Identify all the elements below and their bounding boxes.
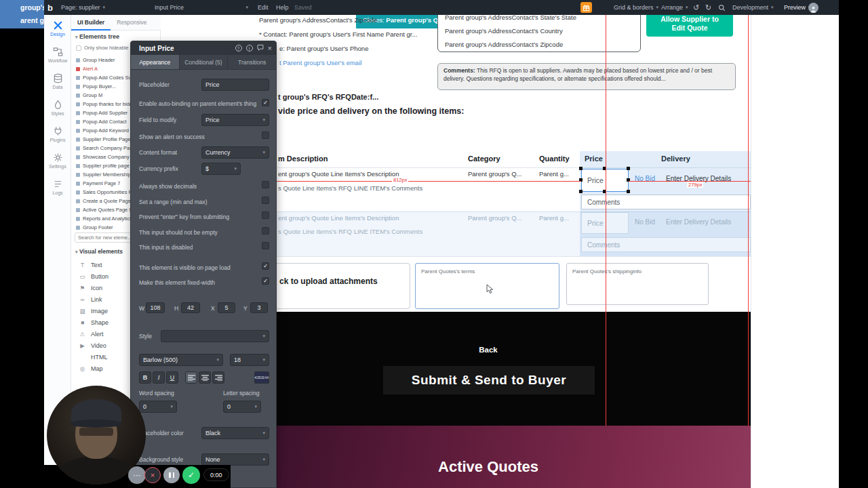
recorder-cancel-button[interactable]: × xyxy=(144,467,161,483)
close-icon[interactable]: × xyxy=(268,44,272,52)
email-link-text[interactable]: t Parent group's User's email xyxy=(279,59,361,66)
tab-appearance[interactable]: Appearance xyxy=(131,55,180,69)
rail-item-design[interactable]: Design xyxy=(44,15,71,41)
resize-handle[interactable] xyxy=(627,190,630,193)
alert-on-success-checkbox[interactable] xyxy=(262,131,269,139)
tab-ui-builder[interactable]: UI Builder xyxy=(71,15,111,30)
edit-menu[interactable]: Edit xyxy=(258,0,269,15)
align-center-icon[interactable] xyxy=(199,371,211,384)
disabled-label: This input is disabled xyxy=(139,244,193,251)
preview-button[interactable]: Preview xyxy=(784,0,806,15)
element-icon xyxy=(76,217,80,221)
autobind-label: Enable auto-binding on parent element's … xyxy=(139,100,256,107)
arrange-menu[interactable]: Arrange▾ xyxy=(661,0,688,15)
help-menu[interactable]: Help xyxy=(276,0,289,15)
chevron-down-icon: ▾ xyxy=(234,166,237,171)
disabled-checkbox[interactable] xyxy=(262,242,269,249)
italic-button[interactable]: I xyxy=(153,371,165,384)
placeholder-label: Placeholder xyxy=(139,81,170,88)
shipping-info-box[interactable]: Parent Quotes's shippinginfo xyxy=(566,263,709,305)
height-input[interactable]: 42 xyxy=(181,302,200,313)
undo-icon[interactable]: ↺ xyxy=(693,0,699,15)
row2-price-input[interactable]: Price xyxy=(581,212,629,234)
fixed-width-checkbox[interactable]: ✓ xyxy=(262,277,269,285)
width-input[interactable]: 108 xyxy=(146,302,165,313)
show-decimals-checkbox[interactable] xyxy=(262,181,269,188)
align-left-icon[interactable] xyxy=(185,371,197,384)
tab-transitions[interactable]: Transitions xyxy=(228,55,276,69)
image-element-icon: ▨ xyxy=(78,308,87,314)
tab-conditional[interactable]: Conditional (5) xyxy=(180,55,229,69)
align-right-icon[interactable] xyxy=(212,371,224,384)
visual-elements-header[interactable]: ▾ Visual elements xyxy=(75,248,123,255)
checkbox[interactable] xyxy=(76,45,81,51)
recorder-finish-button[interactable]: ✓ xyxy=(182,466,200,484)
recorder-more-button[interactable]: ⋯ xyxy=(128,466,146,484)
content-format-select[interactable]: Currency▾ xyxy=(201,146,269,159)
search-icon[interactable] xyxy=(718,0,726,15)
rail-item-data[interactable]: Data xyxy=(44,68,71,94)
visible-on-load-checkbox[interactable]: ✓ xyxy=(262,262,269,270)
font-size-select[interactable]: 18▾ xyxy=(230,354,269,366)
upload-attachments-box[interactable] xyxy=(270,263,410,309)
background-style-select[interactable]: None▾ xyxy=(201,453,269,466)
bubble-logo[interactable]: b xyxy=(47,3,53,13)
only-show-hideable[interactable]: Only show hideable xyxy=(76,45,128,51)
resize-handle[interactable] xyxy=(579,190,583,193)
environment-select[interactable]: Development▾ xyxy=(732,0,774,15)
tab-responsive[interactable]: Responsive xyxy=(111,15,153,30)
info-icon[interactable]: i xyxy=(246,45,253,52)
row1-comments-input[interactable]: Comments xyxy=(581,195,751,209)
row2-comments-input[interactable]: Comments xyxy=(581,237,751,252)
upload-attachments-text[interactable]: ck to upload attachments xyxy=(279,277,378,286)
gift-icon[interactable] xyxy=(580,2,592,13)
x-input[interactable]: 5 xyxy=(218,302,235,313)
row2-no-bid-link[interactable]: No Bid xyxy=(635,218,655,226)
y-input[interactable]: 3 xyxy=(250,302,268,313)
word-spacing-select[interactable]: 0▾ xyxy=(139,401,177,413)
not-empty-checkbox[interactable] xyxy=(262,227,269,235)
rail-item-logs[interactable]: Logs xyxy=(44,174,71,200)
text-color-swatch[interactable]: #2B2E4A xyxy=(254,371,269,384)
rail-item-plugins[interactable]: Plugins xyxy=(44,121,71,147)
rail-item-workflow[interactable]: Workflow xyxy=(44,41,71,68)
comments-note-box[interactable]: Comments: This RFQ is open to all suppli… xyxy=(437,63,736,90)
submit-send-button[interactable]: Submit & Send to Buyer xyxy=(383,366,595,394)
resize-handle[interactable] xyxy=(627,167,630,170)
currency-prefix-select[interactable]: $▾ xyxy=(201,163,241,175)
letter-spacing-select[interactable]: 0▾ xyxy=(223,401,261,413)
comment-icon[interactable] xyxy=(257,44,264,52)
letter-spacing-label: Letter spacing xyxy=(223,390,259,396)
page-select[interactable]: Page: supplier▾ xyxy=(61,0,105,15)
row2-delivery-text[interactable]: Enter Delivery Details xyxy=(666,218,731,226)
element-select[interactable]: Input Price▾ xyxy=(155,0,248,15)
bold-button[interactable]: B xyxy=(139,371,151,384)
recorder-pause-button[interactable] xyxy=(163,467,180,483)
property-editor-titlebar[interactable]: Input Price ? i × xyxy=(131,41,276,55)
user-avatar[interactable] xyxy=(808,3,818,13)
element-icon xyxy=(76,58,80,62)
terms-box[interactable]: Parent Quotes's terms xyxy=(415,263,559,309)
currency-prefix-label: Currency prefix xyxy=(139,165,178,172)
placeholder-input[interactable]: Price xyxy=(201,79,269,91)
font-family-select[interactable]: Barlow (500)▾ xyxy=(139,354,223,366)
set-range-checkbox[interactable] xyxy=(262,197,269,204)
rail-item-styles[interactable]: Styles xyxy=(44,94,71,121)
elements-tree-header[interactable]: ▾ Elements tree xyxy=(75,33,119,40)
rail-item-settings[interactable]: Settings xyxy=(44,147,71,174)
placeholder-color-select[interactable]: Black▾ xyxy=(201,427,269,439)
row1-category: Parent group's Q... xyxy=(468,170,521,178)
prevent-enter-checkbox[interactable] xyxy=(262,211,269,219)
property-editor: Input Price ? i × Appearance Conditional… xyxy=(130,41,277,488)
active-quotes-section: Active Quotes xyxy=(258,426,751,488)
price-input-element[interactable]: Price xyxy=(581,169,629,192)
grid-borders-menu[interactable]: Grid & borders▾ xyxy=(614,0,658,15)
help-icon[interactable]: ? xyxy=(235,45,242,52)
autobind-checkbox[interactable]: ✓ xyxy=(262,99,269,106)
underline-button[interactable]: U xyxy=(166,371,178,384)
resize-handle[interactable] xyxy=(579,167,583,170)
back-button[interactable]: Back xyxy=(380,346,597,354)
style-select[interactable]: ▾ xyxy=(161,330,269,342)
field-to-modify-select[interactable]: Price▾ xyxy=(201,114,269,126)
redo-icon[interactable]: ↻ xyxy=(705,0,711,15)
